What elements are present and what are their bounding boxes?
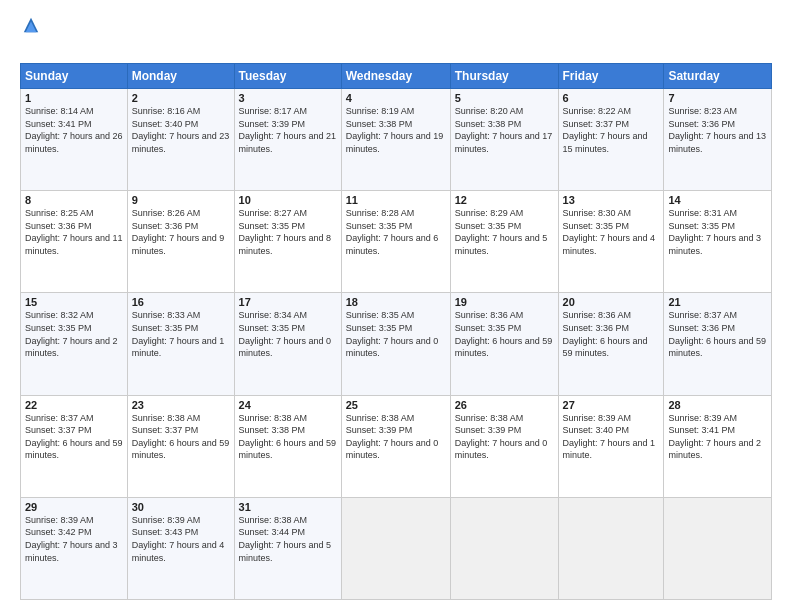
page: SundayMondayTuesdayWednesdayThursdayFrid… — [0, 0, 792, 612]
day-cell — [341, 497, 450, 599]
day-number: 5 — [455, 92, 554, 104]
day-info: Sunrise: 8:38 AMSunset: 3:44 PMDaylight:… — [239, 515, 332, 563]
day-number: 21 — [668, 296, 767, 308]
day-cell: 29Sunrise: 8:39 AMSunset: 3:42 PMDayligh… — [21, 497, 128, 599]
day-info: Sunrise: 8:27 AMSunset: 3:35 PMDaylight:… — [239, 208, 332, 256]
day-number: 17 — [239, 296, 337, 308]
logo-icon — [22, 16, 40, 34]
day-number: 13 — [563, 194, 660, 206]
day-info: Sunrise: 8:33 AMSunset: 3:35 PMDaylight:… — [132, 310, 225, 358]
day-info: Sunrise: 8:14 AMSunset: 3:41 PMDaylight:… — [25, 106, 123, 154]
day-cell: 22Sunrise: 8:37 AMSunset: 3:37 PMDayligh… — [21, 395, 128, 497]
day-info: Sunrise: 8:26 AMSunset: 3:36 PMDaylight:… — [132, 208, 225, 256]
day-number: 27 — [563, 399, 660, 411]
day-info: Sunrise: 8:20 AMSunset: 3:38 PMDaylight:… — [455, 106, 553, 154]
day-number: 14 — [668, 194, 767, 206]
day-number: 9 — [132, 194, 230, 206]
day-cell: 8Sunrise: 8:25 AMSunset: 3:36 PMDaylight… — [21, 191, 128, 293]
day-number: 20 — [563, 296, 660, 308]
header-saturday: Saturday — [664, 64, 772, 89]
day-cell: 11Sunrise: 8:28 AMSunset: 3:35 PMDayligh… — [341, 191, 450, 293]
day-info: Sunrise: 8:23 AMSunset: 3:36 PMDaylight:… — [668, 106, 766, 154]
day-cell: 30Sunrise: 8:39 AMSunset: 3:43 PMDayligh… — [127, 497, 234, 599]
day-cell — [450, 497, 558, 599]
day-cell — [558, 497, 664, 599]
day-cell: 9Sunrise: 8:26 AMSunset: 3:36 PMDaylight… — [127, 191, 234, 293]
week-row-5: 29Sunrise: 8:39 AMSunset: 3:42 PMDayligh… — [21, 497, 772, 599]
day-cell: 2Sunrise: 8:16 AMSunset: 3:40 PMDaylight… — [127, 89, 234, 191]
day-number: 16 — [132, 296, 230, 308]
header-monday: Monday — [127, 64, 234, 89]
day-cell: 28Sunrise: 8:39 AMSunset: 3:41 PMDayligh… — [664, 395, 772, 497]
day-cell: 15Sunrise: 8:32 AMSunset: 3:35 PMDayligh… — [21, 293, 128, 395]
day-cell: 5Sunrise: 8:20 AMSunset: 3:38 PMDaylight… — [450, 89, 558, 191]
day-cell: 18Sunrise: 8:35 AMSunset: 3:35 PMDayligh… — [341, 293, 450, 395]
week-row-4: 22Sunrise: 8:37 AMSunset: 3:37 PMDayligh… — [21, 395, 772, 497]
day-info: Sunrise: 8:37 AMSunset: 3:36 PMDaylight:… — [668, 310, 766, 358]
day-cell: 17Sunrise: 8:34 AMSunset: 3:35 PMDayligh… — [234, 293, 341, 395]
day-info: Sunrise: 8:38 AMSunset: 3:39 PMDaylight:… — [346, 413, 439, 461]
day-info: Sunrise: 8:30 AMSunset: 3:35 PMDaylight:… — [563, 208, 656, 256]
day-cell: 20Sunrise: 8:36 AMSunset: 3:36 PMDayligh… — [558, 293, 664, 395]
day-number: 30 — [132, 501, 230, 513]
day-info: Sunrise: 8:38 AMSunset: 3:37 PMDaylight:… — [132, 413, 230, 461]
week-row-2: 8Sunrise: 8:25 AMSunset: 3:36 PMDaylight… — [21, 191, 772, 293]
week-row-3: 15Sunrise: 8:32 AMSunset: 3:35 PMDayligh… — [21, 293, 772, 395]
day-number: 28 — [668, 399, 767, 411]
day-info: Sunrise: 8:36 AMSunset: 3:36 PMDaylight:… — [563, 310, 648, 358]
day-info: Sunrise: 8:38 AMSunset: 3:38 PMDaylight:… — [239, 413, 337, 461]
day-number: 25 — [346, 399, 446, 411]
day-info: Sunrise: 8:39 AMSunset: 3:42 PMDaylight:… — [25, 515, 118, 563]
header — [20, 16, 772, 55]
day-cell: 26Sunrise: 8:38 AMSunset: 3:39 PMDayligh… — [450, 395, 558, 497]
day-info: Sunrise: 8:34 AMSunset: 3:35 PMDaylight:… — [239, 310, 332, 358]
day-cell: 23Sunrise: 8:38 AMSunset: 3:37 PMDayligh… — [127, 395, 234, 497]
day-cell: 13Sunrise: 8:30 AMSunset: 3:35 PMDayligh… — [558, 191, 664, 293]
day-number: 7 — [668, 92, 767, 104]
day-info: Sunrise: 8:39 AMSunset: 3:43 PMDaylight:… — [132, 515, 225, 563]
day-cell: 7Sunrise: 8:23 AMSunset: 3:36 PMDaylight… — [664, 89, 772, 191]
day-number: 15 — [25, 296, 123, 308]
calendar-header-row: SundayMondayTuesdayWednesdayThursdayFrid… — [21, 64, 772, 89]
day-info: Sunrise: 8:37 AMSunset: 3:37 PMDaylight:… — [25, 413, 123, 461]
header-tuesday: Tuesday — [234, 64, 341, 89]
day-info: Sunrise: 8:25 AMSunset: 3:36 PMDaylight:… — [25, 208, 123, 256]
day-number: 4 — [346, 92, 446, 104]
day-number: 24 — [239, 399, 337, 411]
day-info: Sunrise: 8:38 AMSunset: 3:39 PMDaylight:… — [455, 413, 548, 461]
day-info: Sunrise: 8:39 AMSunset: 3:40 PMDaylight:… — [563, 413, 656, 461]
header-wednesday: Wednesday — [341, 64, 450, 89]
day-info: Sunrise: 8:39 AMSunset: 3:41 PMDaylight:… — [668, 413, 761, 461]
day-info: Sunrise: 8:36 AMSunset: 3:35 PMDaylight:… — [455, 310, 553, 358]
day-info: Sunrise: 8:28 AMSunset: 3:35 PMDaylight:… — [346, 208, 439, 256]
day-number: 22 — [25, 399, 123, 411]
day-cell: 25Sunrise: 8:38 AMSunset: 3:39 PMDayligh… — [341, 395, 450, 497]
day-cell: 12Sunrise: 8:29 AMSunset: 3:35 PMDayligh… — [450, 191, 558, 293]
day-cell: 19Sunrise: 8:36 AMSunset: 3:35 PMDayligh… — [450, 293, 558, 395]
day-number: 18 — [346, 296, 446, 308]
day-cell: 16Sunrise: 8:33 AMSunset: 3:35 PMDayligh… — [127, 293, 234, 395]
day-cell: 4Sunrise: 8:19 AMSunset: 3:38 PMDaylight… — [341, 89, 450, 191]
day-cell: 31Sunrise: 8:38 AMSunset: 3:44 PMDayligh… — [234, 497, 341, 599]
day-number: 12 — [455, 194, 554, 206]
day-cell: 1Sunrise: 8:14 AMSunset: 3:41 PMDaylight… — [21, 89, 128, 191]
day-info: Sunrise: 8:22 AMSunset: 3:37 PMDaylight:… — [563, 106, 648, 154]
day-number: 2 — [132, 92, 230, 104]
logo — [20, 16, 40, 55]
day-number: 26 — [455, 399, 554, 411]
calendar-table: SundayMondayTuesdayWednesdayThursdayFrid… — [20, 63, 772, 600]
day-info: Sunrise: 8:31 AMSunset: 3:35 PMDaylight:… — [668, 208, 761, 256]
day-number: 1 — [25, 92, 123, 104]
day-number: 19 — [455, 296, 554, 308]
day-cell: 27Sunrise: 8:39 AMSunset: 3:40 PMDayligh… — [558, 395, 664, 497]
day-info: Sunrise: 8:29 AMSunset: 3:35 PMDaylight:… — [455, 208, 548, 256]
header-thursday: Thursday — [450, 64, 558, 89]
day-info: Sunrise: 8:17 AMSunset: 3:39 PMDaylight:… — [239, 106, 337, 154]
day-cell: 21Sunrise: 8:37 AMSunset: 3:36 PMDayligh… — [664, 293, 772, 395]
day-info: Sunrise: 8:35 AMSunset: 3:35 PMDaylight:… — [346, 310, 439, 358]
header-sunday: Sunday — [21, 64, 128, 89]
day-cell: 3Sunrise: 8:17 AMSunset: 3:39 PMDaylight… — [234, 89, 341, 191]
day-cell: 6Sunrise: 8:22 AMSunset: 3:37 PMDaylight… — [558, 89, 664, 191]
day-cell — [664, 497, 772, 599]
day-number: 6 — [563, 92, 660, 104]
